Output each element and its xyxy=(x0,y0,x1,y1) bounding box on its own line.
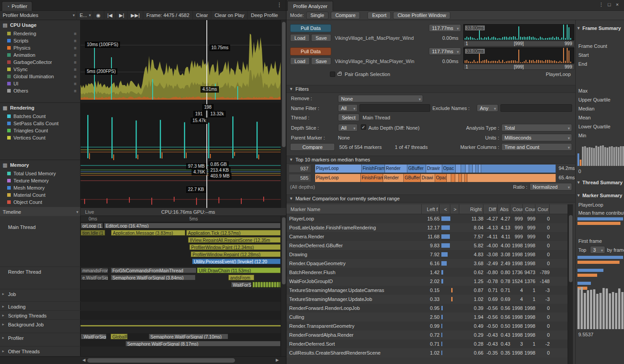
timeline-span[interactable]: orLoop (1.6 xyxy=(81,223,103,229)
modules-scrollbar-thumb[interactable] xyxy=(282,22,286,147)
cpu-chart[interactable] xyxy=(81,20,281,103)
counter-icon[interactable]: ≡ xyxy=(74,38,77,43)
top10-segment[interactable]: FinishFram xyxy=(362,165,385,173)
top10-segment[interactable] xyxy=(481,165,556,173)
table-row[interactable]: TextureStreamingManager.UpdateCameras0.1… xyxy=(286,286,568,295)
comparison-scrollbar-thumb[interactable] xyxy=(569,215,573,282)
timeline-span[interactable]: Semaphore.WaitForSignal (7.10ms) xyxy=(149,334,228,339)
timeline-span[interactable]: .WaitForSign xyxy=(81,334,107,339)
table-row[interactable]: PostLateUpdate.FinishFrameRendering12.17… xyxy=(286,223,568,232)
timeline-span[interactable]: tion.Idle (1 xyxy=(81,230,105,236)
module-item-setpass-calls-count[interactable]: SetPass Calls Count xyxy=(0,120,80,127)
top10-segment[interactable]: Drawi xyxy=(421,174,435,182)
table-row[interactable]: Camera.Render11.687.57-4.114.119999990 xyxy=(286,232,568,241)
table-row[interactable]: RenderDeferred.GBuffer9.835.82-4.004.001… xyxy=(286,241,568,250)
module-header[interactable]: ▥Memory xyxy=(0,160,80,170)
dataset-left-range-slider[interactable]: 1 [999] 999 xyxy=(463,41,574,47)
module-item-mesh-memory[interactable]: Mesh Memory xyxy=(0,184,80,191)
frame-summary-histogram[interactable] xyxy=(577,144,624,167)
counter-icon[interactable]: ≡ xyxy=(74,53,77,58)
thread-select-button[interactable]: Select xyxy=(338,114,359,121)
timeline-scrollbar-thumb[interactable] xyxy=(282,217,286,284)
pull-data-right-button[interactable]: Pull Data xyxy=(290,47,331,55)
comparison-scrollbar[interactable] xyxy=(568,204,573,364)
pull-data-left-button[interactable]: Pull Data xyxy=(290,24,331,32)
track-label-profiler[interactable]: Profiler▸ xyxy=(0,333,81,347)
top10-segment[interactable] xyxy=(456,165,461,173)
module-header[interactable]: ▤CPU Usage xyxy=(0,20,80,30)
module-header[interactable]: ▦Rendering xyxy=(0,103,80,113)
table-row[interactable]: Render.OpaqueGeometry6.163.68-2.492.4919… xyxy=(286,259,568,268)
timeline-span[interactable]: ForGfxCommandsFromMainThread xyxy=(111,267,197,273)
table-row[interactable]: RenderForward.RenderLoopJob0.950.39-0.56… xyxy=(286,304,568,313)
comparison-column-header[interactable]: Cour xyxy=(524,204,535,214)
ratio-dropdown[interactable]: Normalized▾ xyxy=(530,183,572,190)
track-label-main-thread[interactable]: Main Thread xyxy=(0,222,81,267)
top10-segment[interactable] xyxy=(451,174,455,182)
comparison-column-header[interactable]: Abs [ xyxy=(499,204,510,214)
track-label-loading[interactable]: Loading▸ xyxy=(0,302,81,311)
table-row[interactable]: TextureStreamingManager.UpdateJob0.331.0… xyxy=(286,295,568,304)
comparison-column-header[interactable]: Right xyxy=(460,204,483,214)
thread-summary-header[interactable]: ▼ Thread Summary xyxy=(577,180,623,185)
track-label-render-thread[interactable]: Render Thread xyxy=(0,267,81,289)
top10-segment[interactable] xyxy=(466,165,469,173)
timeline-span[interactable]: Application.Message (3.83ms) xyxy=(111,230,185,236)
fold-closed-icon[interactable]: ▸ xyxy=(2,349,4,353)
timeline-view-dropdown[interactable]: Timeline ▾ xyxy=(0,207,81,216)
module-item-rendering[interactable]: Rendering≡ xyxy=(0,30,80,37)
timeline-span[interactable]: e.WaitForSigna xyxy=(81,275,108,280)
dataset-right-total-dropdown[interactable]: 117.77ms ▾ xyxy=(429,47,461,55)
timeline-span[interactable] xyxy=(252,282,281,288)
load-left-button[interactable]: Load xyxy=(290,34,310,42)
module-item-global-illumination[interactable]: Global Illumination≡ xyxy=(0,73,80,80)
frame-summary-header[interactable]: ▼ Frame Summary xyxy=(577,25,621,31)
scroll-right-icon[interactable]: ▶ xyxy=(276,358,279,362)
marker-summary-header[interactable]: ▼ Marker Summary xyxy=(577,193,622,198)
next-frame-button[interactable]: ▶| xyxy=(116,11,128,20)
top10-segment[interactable]: PlayerLoop xyxy=(315,174,361,182)
profiler-charts[interactable]: 10ms (100FPS)5ms (200FPS)10.75ms4.51ms19… xyxy=(81,20,281,208)
timeline-span[interactable]: Semaphore.WaitForSignal (8.17ms) xyxy=(125,341,281,347)
fold-closed-icon[interactable]: ▸ xyxy=(2,292,4,296)
timeline-span[interactable]: Application.Tick (12.57ms) xyxy=(186,230,281,236)
comparison-column-header[interactable]: Marker Name xyxy=(289,204,422,214)
timeline-span[interactable]: ProfilerWindow.Paint (12.34ms) xyxy=(189,244,281,250)
table-row[interactable]: PlayerLoop15.6511.38-4.274.279999990 xyxy=(286,214,568,223)
module-item-garbagecollector[interactable]: GarbageCollector≡ xyxy=(0,59,80,66)
top10-segment[interactable] xyxy=(469,165,473,173)
top10-segment[interactable]: Render xyxy=(385,165,407,173)
top10-segment[interactable] xyxy=(447,174,451,182)
top-n-dropdown[interactable]: 3▾ xyxy=(590,246,605,254)
module-item-triangles-count[interactable]: Triangles Count xyxy=(0,127,80,134)
top10-segment[interactable]: Render xyxy=(383,174,404,182)
fold-closed-icon[interactable]: ▸ xyxy=(2,313,4,317)
timeline-span[interactable]: EditorLoop (16.47ms) xyxy=(104,223,281,229)
module-item-physics[interactable]: Physics≡ xyxy=(0,44,80,51)
clear-button[interactable]: Clear xyxy=(193,11,211,20)
current-frame-button[interactable]: ▶▶| xyxy=(128,11,143,20)
timeline-hscrollbar-thumb[interactable] xyxy=(87,358,235,363)
counter-icon[interactable]: ≡ xyxy=(74,74,77,79)
module-item-animation[interactable]: Animation≡ xyxy=(0,51,80,59)
filters-section-header[interactable]: ▼ Filters xyxy=(286,85,575,93)
top10-segment[interactable] xyxy=(473,165,476,173)
module-item-ui[interactable]: UI≡ xyxy=(0,80,80,87)
table-row[interactable]: CullResults.CreateSharedRendererScene1.0… xyxy=(286,348,568,357)
save-left-button[interactable]: Save xyxy=(311,34,331,42)
timeline-span[interactable]: ProfilerWindow.Repaint (12.28ms) xyxy=(191,251,281,257)
comparison-column-header[interactable]: Left f xyxy=(423,204,440,214)
top10-segment[interactable]: GBuffer xyxy=(407,165,426,173)
timeline-span[interactable]: IlView.RepaintAll.RepaintScene (12.35m xyxy=(188,237,281,243)
counter-icon[interactable]: ≡ xyxy=(74,89,77,93)
counter-icon[interactable]: ≡ xyxy=(74,67,77,72)
top10-row[interactable]: 585PlayerLoopFinishFramRenderGBufferDraw… xyxy=(289,174,576,182)
module-item-material-count[interactable]: Material Count xyxy=(0,191,80,199)
marker-summary-histogram[interactable] xyxy=(577,286,624,330)
module-item-vertices-count[interactable]: Vertices Count xyxy=(0,134,80,141)
module-item-batches-count[interactable]: Batches Count xyxy=(0,113,80,120)
comparison-column-header[interactable]: Cour xyxy=(511,204,523,214)
top10-bar[interactable]: PlayerLoopFinishFramRenderGBufferDrawiOp… xyxy=(315,174,556,182)
name-filter-dropdown[interactable]: All▾ xyxy=(338,104,358,112)
top10-section-header[interactable]: ▼ Top 10 markers on median frames xyxy=(286,156,575,164)
